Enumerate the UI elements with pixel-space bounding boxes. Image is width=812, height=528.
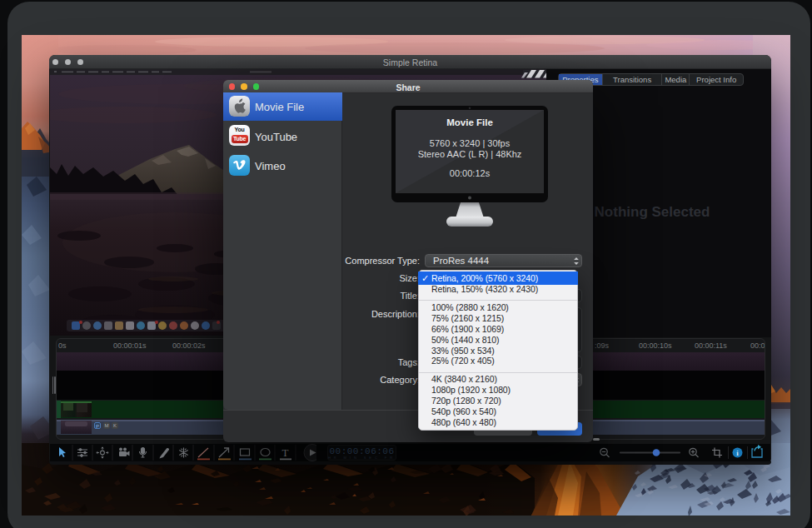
svg-text:T: T [282,446,289,459]
